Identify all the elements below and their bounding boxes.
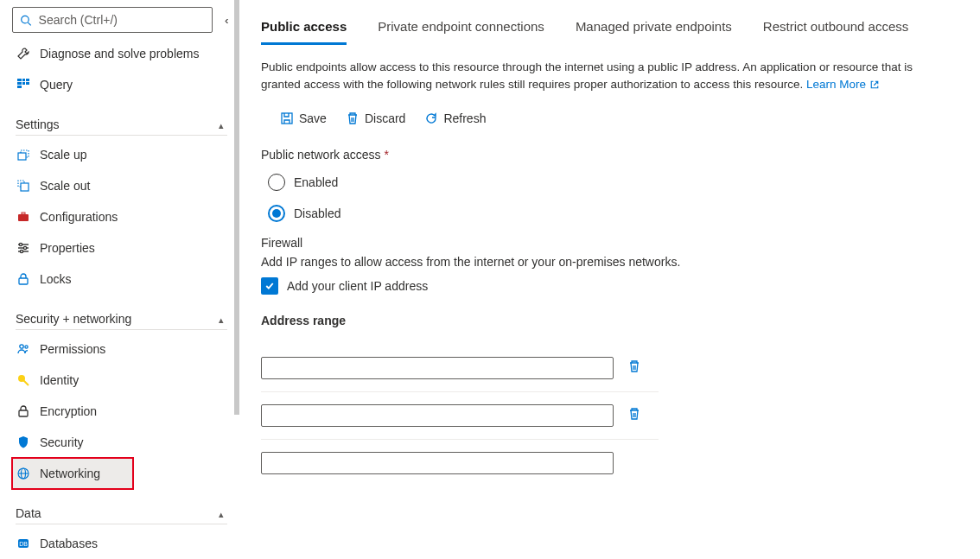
chevron-up-icon <box>219 118 224 131</box>
address-range-input[interactable] <box>261 452 614 474</box>
sidebar-item-locks[interactable]: Locks <box>12 264 232 295</box>
section-header-settings[interactable]: Settings <box>16 118 239 131</box>
radio-disabled[interactable]: Disabled <box>268 205 980 222</box>
main-content: Public access Private endpoint connectio… <box>240 0 980 559</box>
sidebar-item-label: Identity <box>40 373 79 387</box>
svg-point-20 <box>20 345 23 348</box>
svg-rect-3 <box>22 79 25 81</box>
sidebar-item-databases[interactable]: DB Databases <box>12 528 232 559</box>
chevron-up-icon <box>219 506 224 520</box>
svg-point-21 <box>25 346 28 348</box>
address-range-row <box>261 392 659 440</box>
sidebar-item-scale-out[interactable]: Scale out <box>12 170 232 201</box>
refresh-icon <box>424 111 438 125</box>
section-header-security-networking[interactable]: Security + networking <box>16 312 239 326</box>
sidebar-item-label: Encryption <box>40 404 97 418</box>
learn-more-link[interactable]: Learn More <box>806 78 880 91</box>
sidebar-item-scale-up[interactable]: Scale up <box>12 139 232 170</box>
radio-icon <box>268 205 285 222</box>
delete-row-button[interactable] <box>627 359 641 376</box>
svg-rect-29 <box>282 113 292 124</box>
svg-rect-6 <box>22 82 25 85</box>
save-button[interactable]: Save <box>280 111 327 125</box>
scaleup-icon <box>16 147 31 162</box>
svg-rect-12 <box>22 213 25 214</box>
radio-enabled[interactable]: Enabled <box>268 174 980 191</box>
chevron-up-icon <box>219 312 224 326</box>
refresh-button[interactable]: Refresh <box>424 111 486 125</box>
svg-rect-2 <box>17 79 22 81</box>
svg-point-0 <box>22 16 29 22</box>
trash-icon <box>627 407 641 421</box>
section-header-data[interactable]: Data <box>16 506 239 520</box>
save-icon <box>280 111 294 125</box>
sidebar-item-diagnose[interactable]: Diagnose and solve problems <box>12 38 232 69</box>
address-range-row <box>261 440 659 486</box>
sidebar-item-query[interactable]: Query <box>12 69 232 100</box>
tab-managed-private-endpoints[interactable]: Managed private endpoints <box>576 19 732 45</box>
sidebar-item-label: Permissions <box>40 342 105 356</box>
public-network-access-radio-group: Enabled Disabled <box>268 174 980 222</box>
svg-point-18 <box>20 250 22 252</box>
address-range-input[interactable] <box>261 357 614 379</box>
lock-icon <box>16 403 31 419</box>
lock-icon <box>16 271 31 287</box>
address-range-header: Address range <box>261 314 980 327</box>
discard-button[interactable]: Discard <box>346 111 405 125</box>
svg-rect-11 <box>18 214 29 221</box>
trash-icon <box>346 111 360 125</box>
sidebar-item-label: Scale up <box>40 148 86 162</box>
checkbox-checked-icon <box>261 277 278 295</box>
trash-icon <box>627 359 641 373</box>
description-text: Public endpoints allow access to this re… <box>261 59 935 96</box>
people-icon <box>16 341 31 357</box>
scaleout-icon <box>16 178 31 194</box>
sidebar: ‹‹ Diagnose and solve problems Query Set… <box>0 0 240 559</box>
svg-point-17 <box>23 246 26 249</box>
tab-public-access[interactable]: Public access <box>261 19 347 45</box>
sidebar-item-security[interactable]: Security <box>12 427 232 458</box>
tabs: Public access Private endpoint connectio… <box>261 19 980 45</box>
search-icon <box>20 14 32 27</box>
sidebar-item-label: Locks <box>40 272 72 286</box>
svg-rect-7 <box>26 82 29 85</box>
svg-rect-23 <box>19 410 28 416</box>
address-range-input[interactable] <box>261 404 614 427</box>
delete-row-button[interactable] <box>627 407 641 423</box>
sidebar-item-identity[interactable]: Identity <box>12 365 232 396</box>
sidebar-item-label: Databases <box>40 537 98 550</box>
svg-point-16 <box>19 243 22 245</box>
firewall-title: Firewall <box>261 236 980 250</box>
svg-rect-9 <box>18 153 26 160</box>
firewall-subtitle: Add IP ranges to allow access from the i… <box>261 255 980 269</box>
tab-private-endpoint-connections[interactable]: Private endpoint connections <box>378 19 544 45</box>
sidebar-item-permissions[interactable]: Permissions <box>12 333 232 365</box>
add-client-ip-checkbox[interactable]: Add your client IP address <box>261 277 980 295</box>
sidebar-item-label: Diagnose and solve problems <box>40 47 199 60</box>
sidebar-item-label: Networking <box>40 467 100 480</box>
grid-icon <box>16 77 31 92</box>
sidebar-item-configurations[interactable]: Configurations <box>12 201 232 232</box>
svg-rect-10 <box>21 183 29 191</box>
collapse-sidebar-icon[interactable]: ‹‹ <box>220 14 226 27</box>
svg-rect-4 <box>26 79 29 81</box>
search-input[interactable] <box>37 12 205 28</box>
sidebar-item-networking[interactable]: Networking <box>12 458 133 489</box>
scrollbar[interactable] <box>234 0 239 415</box>
properties-icon <box>16 240 31 256</box>
toolbar: Save Discard Refresh <box>280 111 980 125</box>
sidebar-item-label: Query <box>40 78 73 92</box>
database-icon: DB <box>16 536 31 551</box>
svg-rect-8 <box>17 86 22 88</box>
sidebar-item-label: Properties <box>40 241 95 255</box>
briefcase-icon <box>16 209 31 225</box>
radio-icon <box>268 174 285 191</box>
sidebar-item-encryption[interactable]: Encryption <box>12 396 232 427</box>
tab-restrict-outbound-access[interactable]: Restrict outbound access <box>763 19 908 45</box>
wrench-icon <box>16 46 31 61</box>
search-box[interactable] <box>12 7 213 33</box>
svg-text:DB: DB <box>19 541 28 547</box>
external-link-icon <box>869 78 880 95</box>
sidebar-item-properties[interactable]: Properties <box>12 232 232 264</box>
globe-icon <box>16 466 31 481</box>
